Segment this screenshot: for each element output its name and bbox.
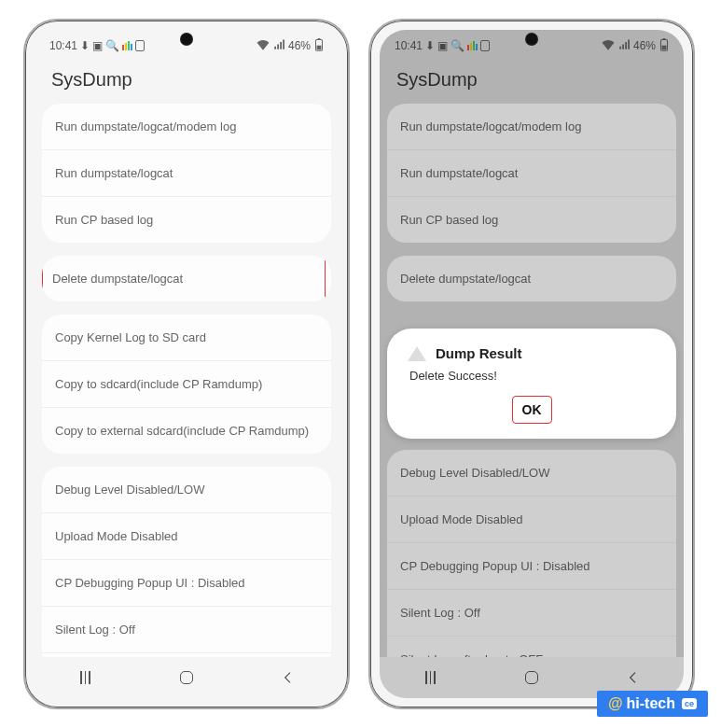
svg-rect-5 xyxy=(662,45,667,49)
status-time: 10:41 xyxy=(395,39,423,52)
list-item[interactable]: Copy Kernel Log to SD card xyxy=(42,315,331,361)
card-delete: Delete dumpstate/logcat xyxy=(42,256,331,301)
equalizer-icon xyxy=(467,41,478,50)
list-item[interactable]: CP Debugging Popup UI : Disabled xyxy=(387,543,676,590)
list-item[interactable]: Run dumpstate/logcat/modem log xyxy=(42,104,331,150)
delete-dumpstate-item[interactable]: Delete dumpstate/logcat xyxy=(42,256,326,301)
battery-percent: 46% xyxy=(633,39,656,52)
download-icon: ⬇ xyxy=(80,39,90,52)
card-copy: Copy Kernel Log to SD card Copy to sdcar… xyxy=(42,315,331,454)
nav-home-icon[interactable] xyxy=(523,669,540,686)
front-camera xyxy=(180,33,193,46)
list-item[interactable]: Copy to sdcard(include CP Ramdump) xyxy=(42,361,331,408)
search-icon: 🔍 xyxy=(105,39,119,52)
battery-icon xyxy=(314,38,324,54)
card-run-logs: Run dumpstate/logcat/modem log Run dumps… xyxy=(387,104,676,243)
status-time: 10:41 xyxy=(49,39,77,52)
list-item[interactable]: Upload Mode Disabled xyxy=(387,497,676,543)
wifi-icon xyxy=(257,39,270,53)
gallery-icon: ▣ xyxy=(92,39,103,52)
list-item[interactable]: Run dumpstate/logcat/modem log xyxy=(387,104,676,150)
card-settings: Debug Level Disabled/LOW Upload Mode Dis… xyxy=(387,450,676,657)
sim-icon xyxy=(135,40,145,51)
equalizer-icon xyxy=(122,41,132,50)
list-item[interactable]: Silent Log after boot : OFF xyxy=(387,637,676,657)
list-item[interactable]: Silent Log : Off xyxy=(42,607,331,653)
page-title: SysDump xyxy=(380,58,684,104)
nav-back-icon[interactable] xyxy=(625,669,642,686)
watermark-text: hi-tech xyxy=(627,695,675,712)
list-item[interactable]: Upload Mode Disabled xyxy=(42,513,331,560)
card-delete: Delete dumpstate/logcat xyxy=(387,256,676,301)
list-item[interactable]: Run dumpstate/logcat xyxy=(387,150,676,197)
svg-rect-1 xyxy=(318,38,321,39)
watermark: @ hi-tech ce xyxy=(597,691,708,717)
nav-bar xyxy=(35,657,339,698)
phone-right: 10:41 ⬇ ▣ 🔍 46% xyxy=(368,19,695,709)
gallery-icon: ▣ xyxy=(437,39,448,52)
dump-result-dialog: Dump Result Delete Success! OK xyxy=(387,329,676,439)
list-item[interactable]: Debug Level Disabled/LOW xyxy=(42,467,331,513)
card-settings: Debug Level Disabled/LOW Upload Mode Dis… xyxy=(42,467,331,657)
battery-percent: 46% xyxy=(288,39,311,52)
front-camera xyxy=(525,33,538,46)
list-item[interactable]: CP Debugging Popup UI : Disabled xyxy=(42,560,331,607)
download-icon: ⬇ xyxy=(425,39,435,52)
watermark-badge: ce xyxy=(682,698,697,709)
list-item[interactable]: Silent Log : Off xyxy=(387,590,676,637)
ok-button[interactable]: OK xyxy=(512,396,552,424)
wifi-icon xyxy=(602,39,615,53)
svg-rect-2 xyxy=(317,45,322,49)
list-item[interactable]: Copy to external sdcard(include CP Ramdu… xyxy=(42,408,331,454)
dialog-title: Dump Result xyxy=(436,345,522,361)
sim-icon xyxy=(480,40,490,51)
battery-icon xyxy=(659,38,669,54)
list-item[interactable]: Debug Level Disabled/LOW xyxy=(387,450,676,497)
nav-back-icon[interactable] xyxy=(280,669,297,686)
page-title: SysDump xyxy=(35,58,339,104)
list-item[interactable]: Run CP based log xyxy=(387,197,676,243)
nav-recent-icon[interactable] xyxy=(76,669,93,686)
search-icon: 🔍 xyxy=(451,39,464,52)
signal-icon xyxy=(273,39,284,53)
card-run-logs: Run dumpstate/logcat/modem log Run dumps… xyxy=(42,104,331,243)
svg-rect-4 xyxy=(663,38,666,39)
nav-recent-icon[interactable] xyxy=(422,669,438,686)
warning-icon xyxy=(408,346,426,361)
nav-home-icon[interactable] xyxy=(178,669,195,686)
dialog-message: Delete Success! xyxy=(408,369,656,383)
delete-dumpstate-item[interactable]: Delete dumpstate/logcat xyxy=(387,256,676,301)
list-item[interactable]: Run dumpstate/logcat xyxy=(42,150,331,197)
list-item[interactable]: Run CP based log xyxy=(42,197,331,243)
signal-icon xyxy=(618,39,630,53)
phone-left: 10:41 ⬇ ▣ 🔍 46% xyxy=(23,19,350,709)
watermark-at: @ xyxy=(608,695,623,712)
